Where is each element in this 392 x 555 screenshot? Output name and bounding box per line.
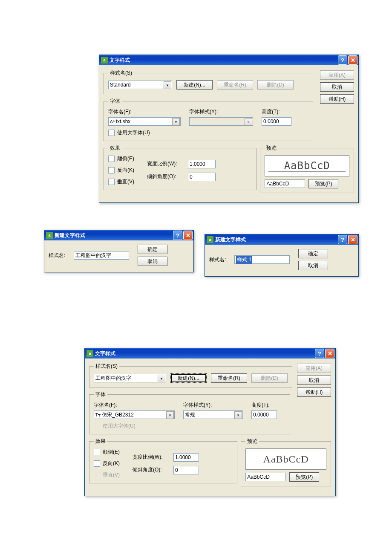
help-icon[interactable]: ?	[338, 55, 347, 65]
chevron-down-icon[interactable]: ▼	[166, 411, 174, 419]
cancel-button[interactable]: 取消	[298, 261, 328, 270]
vertical-label: 垂直(V)	[103, 471, 120, 479]
width-label: 宽度比例(W):	[147, 160, 185, 168]
preview-sample: AaBbCcD	[263, 454, 309, 465]
style-name-combo[interactable]: 工程图中的汉字 ▼	[94, 374, 166, 382]
preview-button[interactable]: 预览(P)	[308, 179, 338, 188]
close-icon[interactable]: ✕	[348, 55, 357, 65]
font-legend: 字体	[94, 391, 107, 398]
ok-button[interactable]: 确定	[298, 249, 328, 258]
close-icon[interactable]: ✕	[183, 231, 193, 240]
effects-legend: 效果	[108, 145, 122, 152]
ok-button[interactable]: 确定	[138, 245, 167, 254]
app-icon: a	[46, 232, 53, 239]
chevron-down-icon[interactable]: ▼	[172, 118, 180, 126]
backward-checkbox[interactable]	[94, 460, 100, 467]
big-font-checkbox[interactable]	[108, 130, 115, 136]
font-group: 字体 字体名(F): Tᴛ 仿宋_GB2312 ▼ 字体样式(Y): 常规 ▼	[89, 391, 290, 434]
titlebar[interactable]: a 新建文字样式 ? ✕	[205, 234, 358, 245]
vertical-checkbox[interactable]	[108, 179, 115, 185]
font-legend: 字体	[108, 98, 122, 105]
oblique-label: 倾斜角度(O):	[147, 173, 185, 180]
rename-button[interactable]: 重命名(R)	[211, 373, 247, 383]
apply-button[interactable]: 应用(A)	[297, 364, 331, 373]
help-button[interactable]: 帮助(H)	[320, 94, 354, 104]
font-height-input[interactable]: 0.0000	[262, 117, 291, 126]
font-height-value: 0.0000	[253, 412, 269, 418]
big-font-label: 使用大字体(U)	[117, 129, 150, 136]
help-icon[interactable]: ?	[338, 235, 347, 244]
app-icon: a	[207, 236, 213, 243]
rename-button[interactable]: 重命名(R)	[217, 80, 253, 90]
titlebar[interactable]: a 文字样式 ? ✕	[99, 55, 358, 65]
font-name-value: 仿宋_GB2312	[102, 411, 134, 419]
font-group: 字体 字体名(F): Aᵇ txt.shx ▼ 字体样式(Y): ▼	[104, 98, 313, 141]
preview-button[interactable]: 预览(P)	[289, 472, 319, 482]
vertical-label: 垂直(V)	[117, 178, 134, 185]
font-name-combo[interactable]: Aᵇ txt.shx ▼	[108, 117, 181, 126]
width-label: 宽度比例(W):	[133, 454, 171, 461]
app-icon: a	[86, 350, 93, 357]
preview-legend: 预览	[265, 145, 278, 152]
window-title: 文字样式	[110, 57, 337, 64]
titlebar[interactable]: a 新建文字样式 ? ✕	[44, 230, 193, 240]
font-style-label: 字体样式(Y):	[189, 108, 253, 116]
help-icon[interactable]: ?	[315, 349, 324, 358]
style-name-group: 样式名(S) 工程图中的汉字 ▼ 新建(N)... 重命名(R) 删除(D)	[89, 363, 292, 387]
text-style-dialog-2: a 文字样式 ? ✕ 应用(A) 取消 帮助(H) 样式名(S) 工程图中的汉字…	[84, 348, 336, 496]
font-style-combo[interactable]: 常规 ▼	[183, 410, 243, 419]
preview-input[interactable]: AaBbCcD	[245, 473, 286, 481]
new-button[interactable]: 新建(N)...	[170, 373, 207, 383]
truetype-icon: Tᴛ	[95, 413, 101, 417]
help-button[interactable]: 帮助(H)	[297, 387, 331, 397]
close-icon[interactable]: ✕	[325, 349, 334, 358]
cancel-button[interactable]: 取消	[297, 376, 331, 385]
preview-canvas: AaBbCcD	[265, 155, 349, 176]
effects-legend: 效果	[94, 438, 107, 445]
delete-button[interactable]: 删除(D)	[257, 80, 294, 90]
chevron-down-icon[interactable]: ▼	[164, 81, 171, 89]
style-name-combo[interactable]: Standard ▼	[108, 81, 172, 89]
apply-button[interactable]: 应用(A)	[320, 70, 354, 80]
delete-button[interactable]: 删除(D)	[251, 373, 288, 383]
oblique-input[interactable]: 0	[173, 466, 199, 474]
chevron-down-icon[interactable]: ▼	[234, 411, 242, 419]
app-icon: a	[101, 57, 108, 64]
width-input[interactable]: 1.0000	[173, 453, 199, 462]
backward-checkbox[interactable]	[108, 167, 115, 173]
style-name-value: 工程图中的汉字	[95, 375, 131, 382]
oblique-input[interactable]: 0	[188, 173, 216, 181]
preview-canvas: AaBbCcD	[245, 448, 326, 470]
effects-group: 效果 颠倒(E) 反向(K) 垂直(V) 宽度比例(W): 1.0000 倾斜角…	[104, 145, 257, 190]
upside-checkbox[interactable]	[94, 449, 100, 455]
font-name-label: 字体名(F):	[94, 402, 175, 409]
cancel-button[interactable]: 取消	[320, 82, 354, 92]
titlebar[interactable]: a 文字样式 ? ✕	[85, 348, 335, 358]
close-icon[interactable]: ✕	[348, 235, 357, 244]
style-name-label: 样式名:	[209, 256, 226, 263]
preview-input[interactable]: AaBbCcD	[265, 179, 305, 188]
help-icon[interactable]: ?	[173, 231, 182, 240]
font-name-combo[interactable]: Tᴛ 仿宋_GB2312 ▼	[94, 410, 175, 419]
upside-checkbox[interactable]	[108, 156, 115, 162]
font-height-input[interactable]: 0.0000	[251, 410, 277, 419]
style-name-input[interactable]: 样式 1	[234, 255, 290, 264]
font-style-combo: ▼	[189, 117, 253, 126]
style-name-value: Standard	[110, 82, 131, 88]
new-style-dialog-1: a 新建文字样式 ? ✕ 样式名: 工程图中的汉字 确定 取消	[44, 230, 194, 272]
cancel-button[interactable]: 取消	[138, 257, 167, 266]
style-name-input[interactable]: 工程图中的汉字	[74, 251, 129, 260]
vertical-checkbox	[94, 472, 100, 478]
window-title: 文字样式	[95, 350, 314, 357]
new-button[interactable]: 新建(N)...	[176, 80, 213, 90]
font-height-value: 0.0000	[263, 119, 279, 124]
chevron-down-icon[interactable]: ▼	[158, 375, 165, 382]
width-input[interactable]: 1.0000	[188, 160, 216, 168]
font-name-label: 字体名(F):	[108, 108, 181, 116]
big-font-label: 使用大字体(U)	[103, 422, 135, 430]
style-name-group: 样式名(S) Standard ▼ 新建(N)... 重命名(R) 删除(D)	[104, 69, 313, 94]
upside-label: 颠倒(E)	[103, 448, 120, 456]
oblique-label: 倾斜角度(O):	[133, 466, 171, 474]
preview-sample: AaBbCcD	[284, 160, 330, 172]
style-name-legend: 样式名(S)	[108, 69, 134, 77]
